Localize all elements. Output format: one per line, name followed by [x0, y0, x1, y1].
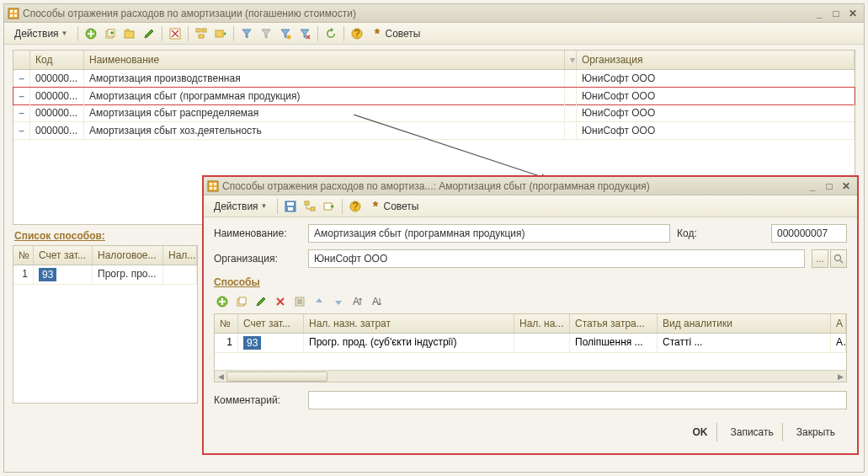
sort-asc-icon[interactable]: A	[349, 293, 366, 310]
filter-off-icon[interactable]	[258, 25, 274, 42]
dialog-actions-label: Действия	[214, 201, 258, 212]
dc-nn	[514, 334, 570, 352]
end-edit-icon[interactable]	[291, 293, 308, 310]
dh-n[interactable]: №	[215, 314, 238, 333]
org-field[interactable]	[308, 249, 805, 268]
comment-label: Комментарий:	[214, 394, 301, 406]
close-button[interactable]: ✕	[845, 7, 860, 20]
table-row[interactable]: – 000000... Амортизация производственная…	[13, 70, 855, 88]
cell-code: 000000...	[30, 88, 84, 104]
dialog-tips-button[interactable]: Советы	[366, 201, 423, 212]
svg-rect-19	[210, 183, 212, 185]
cell-name: Амортизация сбыт хоз.деятельность	[84, 122, 565, 139]
sg-cell-acc: 93	[34, 265, 93, 284]
sg-acc-value: 93	[39, 268, 56, 281]
scroll-right-icon[interactable]: ▶	[834, 371, 846, 382]
small-grid-row[interactable]: 1 93 Прогр. про...	[13, 265, 197, 285]
add-row-icon[interactable]	[214, 293, 231, 310]
hierarchy-icon[interactable]	[193, 25, 210, 42]
dialog-minimize-button[interactable]: _	[805, 179, 820, 193]
name-col[interactable]: Наименование	[84, 51, 565, 69]
sg-col-last[interactable]: Нал...	[163, 246, 197, 265]
separator	[77, 26, 78, 41]
sort-icon[interactable]: ▾	[565, 51, 577, 69]
dh-art[interactable]: Статья затра...	[570, 314, 658, 333]
name-field[interactable]	[308, 224, 670, 243]
copy-row-icon[interactable]	[233, 293, 250, 310]
dropdown-icon: ▼	[61, 29, 68, 37]
dc-art: Поліпшення ...	[570, 334, 658, 352]
save-icon[interactable]	[282, 198, 299, 215]
hscrollbar[interactable]: ◀ ▶	[215, 370, 846, 382]
filter-icon[interactable]	[238, 25, 255, 42]
sg-col-tax[interactable]: Налоговое...	[93, 246, 163, 265]
cell-code: 000000...	[30, 70, 84, 87]
sort-desc-icon[interactable]: A	[369, 293, 386, 310]
tips-label: Советы	[386, 28, 421, 40]
dialog-icon	[207, 180, 219, 192]
svg-rect-37	[297, 299, 302, 304]
app-icon	[8, 8, 19, 19]
select-button[interactable]: ...	[812, 249, 828, 268]
move-icon[interactable]	[212, 25, 229, 42]
row-marker-icon: –	[13, 104, 30, 121]
svg-rect-27	[311, 207, 315, 211]
sg-col-acc[interactable]: Счет зат...	[34, 246, 93, 265]
code-field[interactable]	[771, 224, 847, 243]
dc-acc: 93	[238, 334, 304, 352]
move-down-icon[interactable]	[330, 293, 347, 310]
ok-button[interactable]: OK	[684, 423, 717, 441]
dh-nn[interactable]: Нал. на...	[514, 314, 570, 333]
save-button[interactable]: Записать	[722, 423, 783, 441]
cell-code: 000000...	[30, 122, 84, 139]
edit-row-icon[interactable]	[253, 293, 269, 310]
lookup-button[interactable]	[830, 249, 847, 268]
table-row[interactable]: – 000000... Амортизация сбыт хоз.деятель…	[13, 122, 855, 140]
svg-rect-4	[14, 14, 17, 17]
move-up-icon[interactable]	[311, 293, 327, 310]
filter-by-icon[interactable]	[277, 25, 294, 42]
refresh-icon[interactable]	[322, 25, 339, 42]
cell-org: ЮниСофт ООО	[577, 88, 855, 104]
detail-dialog: Способы отражения расходов по амортиза..…	[202, 175, 859, 455]
small-grid-header: № Счет зат... Налоговое... Нал...	[13, 246, 197, 265]
dialog-footer: OK Записать Закрыть	[214, 416, 847, 447]
delete-row-icon[interactable]	[272, 293, 289, 310]
svg-rect-18	[208, 181, 218, 191]
org-col[interactable]: Организация	[577, 51, 855, 69]
table-row[interactable]: – 000000... Амортизация сбыт распределяе…	[13, 104, 855, 122]
dialog-maximize-button[interactable]: □	[822, 179, 837, 193]
help-icon[interactable]: ?	[347, 198, 364, 215]
delete-mark-icon[interactable]	[167, 25, 184, 42]
detail-grid-row[interactable]: 1 93 Прогр. прод. (суб'єкти індустрії) П…	[215, 334, 846, 353]
dh-an[interactable]: Вид аналитики	[658, 314, 831, 333]
tips-button[interactable]: Советы	[368, 28, 424, 40]
close-dialog-button[interactable]: Закрыть	[788, 423, 844, 441]
add-icon[interactable]	[83, 25, 99, 42]
copy-icon[interactable]	[102, 25, 119, 42]
maximize-button[interactable]: □	[828, 7, 844, 20]
goto-icon[interactable]	[321, 198, 338, 215]
filter-clear-icon[interactable]	[296, 25, 313, 42]
help-icon[interactable]: ?	[349, 25, 365, 42]
minimize-button[interactable]: _	[812, 7, 827, 20]
table-row-selected[interactable]: – 000000... Амортизация сбыт (программна…	[13, 87, 855, 105]
svg-rect-3	[10, 14, 13, 17]
edit-folder-icon[interactable]	[121, 25, 138, 42]
dh-acc[interactable]: Счет зат...	[238, 314, 304, 333]
marker-col[interactable]	[13, 51, 30, 69]
edit-icon[interactable]	[141, 25, 157, 42]
sg-col-n[interactable]: №	[13, 246, 34, 265]
tree-icon[interactable]	[301, 198, 318, 215]
cell-name: Амортизация сбыт (программная продукция)	[84, 88, 565, 104]
dh-tax[interactable]: Нал. назн. затрат	[304, 314, 514, 333]
svg-rect-11	[202, 29, 206, 32]
code-col[interactable]: Код	[30, 51, 84, 69]
scroll-left-icon[interactable]: ◀	[215, 371, 226, 382]
comment-field[interactable]	[308, 391, 847, 409]
scroll-thumb[interactable]	[226, 372, 327, 382]
dh-last[interactable]: А	[831, 314, 846, 333]
dialog-close-button[interactable]: ✕	[839, 179, 854, 193]
dialog-actions-menu[interactable]: Действия ▼	[209, 198, 273, 215]
actions-menu[interactable]: Действия ▼	[9, 25, 73, 42]
